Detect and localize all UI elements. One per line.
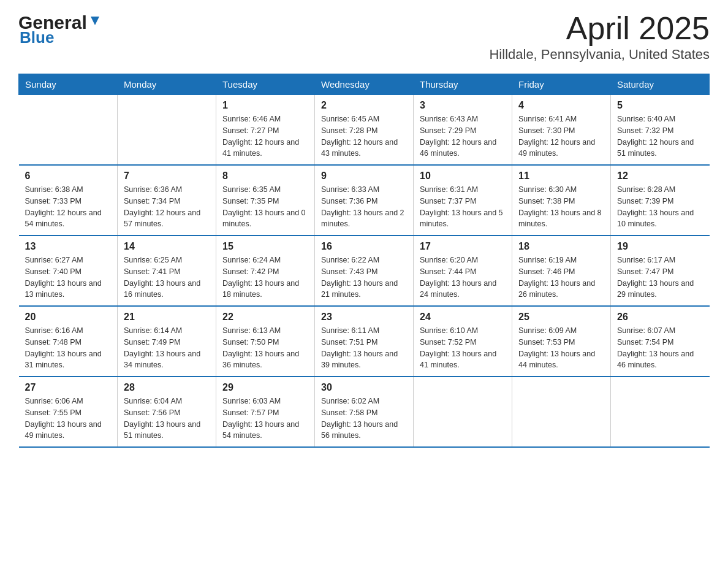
day-number: 17 — [420, 241, 506, 252]
calendar-cell: 12Sunrise: 6:28 AM Sunset: 7:39 PM Dayli… — [611, 165, 710, 236]
day-info: Sunrise: 6:31 AM Sunset: 7:37 PM Dayligh… — [420, 184, 506, 230]
day-info: Sunrise: 6:27 AM Sunset: 7:40 PM Dayligh… — [25, 255, 112, 301]
calendar-cell: 17Sunrise: 6:20 AM Sunset: 7:44 PM Dayli… — [414, 236, 512, 306]
day-number: 28 — [124, 382, 210, 393]
day-info: Sunrise: 6:02 AM Sunset: 7:58 PM Dayligh… — [321, 396, 407, 442]
calendar-cell: 25Sunrise: 6:09 AM Sunset: 7:53 PM Dayli… — [512, 306, 611, 377]
calendar-cell: 7Sunrise: 6:36 AM Sunset: 7:34 PM Daylig… — [118, 165, 216, 236]
day-info: Sunrise: 6:22 AM Sunset: 7:43 PM Dayligh… — [321, 255, 407, 301]
day-number: 23 — [321, 312, 407, 323]
calendar-subtitle: Hilldale, Pennsylvania, United States — [489, 47, 710, 63]
header-tuesday: Tuesday — [216, 74, 315, 95]
week-row-3: 13Sunrise: 6:27 AM Sunset: 7:40 PM Dayli… — [19, 236, 710, 306]
day-number: 5 — [617, 100, 703, 111]
day-info: Sunrise: 6:28 AM Sunset: 7:39 PM Dayligh… — [617, 184, 703, 230]
day-info: Sunrise: 6:16 AM Sunset: 7:48 PM Dayligh… — [25, 325, 112, 371]
day-number: 7 — [124, 170, 210, 182]
calendar-cell: 4Sunrise: 6:41 AM Sunset: 7:30 PM Daylig… — [512, 95, 611, 166]
calendar-cell: 9Sunrise: 6:33 AM Sunset: 7:36 PM Daylig… — [315, 165, 414, 236]
calendar-cell — [118, 95, 216, 166]
calendar-cell — [414, 377, 512, 447]
day-number: 11 — [518, 170, 604, 182]
day-info: Sunrise: 6:13 AM Sunset: 7:50 PM Dayligh… — [222, 325, 308, 371]
header-saturday: Saturday — [611, 74, 710, 95]
day-number: 6 — [25, 170, 112, 182]
day-info: Sunrise: 6:43 AM Sunset: 7:29 PM Dayligh… — [420, 113, 506, 159]
day-number: 2 — [321, 100, 407, 111]
calendar-cell: 2Sunrise: 6:45 AM Sunset: 7:28 PM Daylig… — [315, 95, 414, 166]
header-thursday: Thursday — [414, 74, 512, 95]
calendar-cell: 16Sunrise: 6:22 AM Sunset: 7:43 PM Dayli… — [315, 236, 414, 306]
day-info: Sunrise: 6:33 AM Sunset: 7:36 PM Dayligh… — [321, 184, 407, 230]
day-number: 3 — [420, 100, 506, 111]
day-info: Sunrise: 6:14 AM Sunset: 7:49 PM Dayligh… — [124, 325, 210, 371]
day-info: Sunrise: 6:06 AM Sunset: 7:55 PM Dayligh… — [25, 396, 112, 442]
calendar-cell — [611, 377, 710, 447]
day-number: 9 — [321, 170, 407, 182]
calendar-cell: 10Sunrise: 6:31 AM Sunset: 7:37 PM Dayli… — [414, 165, 512, 236]
day-number: 14 — [124, 241, 210, 252]
calendar-cell: 20Sunrise: 6:16 AM Sunset: 7:48 PM Dayli… — [19, 306, 118, 377]
week-row-4: 20Sunrise: 6:16 AM Sunset: 7:48 PM Dayli… — [19, 306, 710, 377]
day-number: 22 — [222, 312, 308, 323]
day-info: Sunrise: 6:45 AM Sunset: 7:28 PM Dayligh… — [321, 113, 407, 159]
logo-blue-text: Blue — [20, 28, 54, 47]
week-row-5: 27Sunrise: 6:06 AM Sunset: 7:55 PM Dayli… — [19, 377, 710, 447]
day-number: 25 — [518, 312, 604, 323]
calendar-cell: 21Sunrise: 6:14 AM Sunset: 7:49 PM Dayli… — [118, 306, 216, 377]
day-number: 15 — [222, 241, 308, 252]
weekday-header-row: Sunday Monday Tuesday Wednesday Thursday… — [19, 74, 710, 95]
page-header: General Blue April 2025 Hilldale, Pennsy… — [18, 12, 710, 63]
calendar-cell: 23Sunrise: 6:11 AM Sunset: 7:51 PM Dayli… — [315, 306, 414, 377]
day-info: Sunrise: 6:41 AM Sunset: 7:30 PM Dayligh… — [518, 113, 604, 159]
calendar-cell: 24Sunrise: 6:10 AM Sunset: 7:52 PM Dayli… — [414, 306, 512, 377]
calendar-title: April 2025 — [489, 12, 710, 44]
day-info: Sunrise: 6:25 AM Sunset: 7:41 PM Dayligh… — [124, 255, 210, 301]
day-number: 27 — [25, 382, 112, 393]
day-number: 8 — [222, 170, 308, 182]
day-number: 1 — [222, 100, 308, 111]
day-info: Sunrise: 6:46 AM Sunset: 7:27 PM Dayligh… — [222, 113, 308, 159]
day-number: 21 — [124, 312, 210, 323]
day-info: Sunrise: 6:36 AM Sunset: 7:34 PM Dayligh… — [124, 184, 210, 230]
day-number: 26 — [617, 312, 703, 323]
header-wednesday: Wednesday — [315, 74, 414, 95]
day-number: 16 — [321, 241, 407, 252]
day-info: Sunrise: 6:09 AM Sunset: 7:53 PM Dayligh… — [518, 325, 604, 371]
day-number: 19 — [617, 241, 703, 252]
calendar-cell — [19, 95, 118, 166]
day-number: 10 — [420, 170, 506, 182]
calendar-cell: 30Sunrise: 6:02 AM Sunset: 7:58 PM Dayli… — [315, 377, 414, 447]
logo: General Blue — [18, 12, 102, 47]
day-info: Sunrise: 6:04 AM Sunset: 7:56 PM Dayligh… — [124, 396, 210, 442]
day-info: Sunrise: 6:30 AM Sunset: 7:38 PM Dayligh… — [518, 184, 604, 230]
calendar-table: Sunday Monday Tuesday Wednesday Thursday… — [18, 74, 710, 448]
calendar-cell: 13Sunrise: 6:27 AM Sunset: 7:40 PM Dayli… — [19, 236, 118, 306]
header-sunday: Sunday — [19, 74, 118, 95]
calendar-cell: 15Sunrise: 6:24 AM Sunset: 7:42 PM Dayli… — [216, 236, 315, 306]
logo-arrow-icon — [88, 14, 102, 28]
day-info: Sunrise: 6:24 AM Sunset: 7:42 PM Dayligh… — [222, 255, 308, 301]
week-row-1: 1Sunrise: 6:46 AM Sunset: 7:27 PM Daylig… — [19, 95, 710, 166]
day-number: 13 — [25, 241, 112, 252]
day-number: 20 — [25, 312, 112, 323]
day-info: Sunrise: 6:11 AM Sunset: 7:51 PM Dayligh… — [321, 325, 407, 371]
calendar-cell: 27Sunrise: 6:06 AM Sunset: 7:55 PM Dayli… — [19, 377, 118, 447]
week-row-2: 6Sunrise: 6:38 AM Sunset: 7:33 PM Daylig… — [19, 165, 710, 236]
calendar-cell: 19Sunrise: 6:17 AM Sunset: 7:47 PM Dayli… — [611, 236, 710, 306]
calendar-cell: 6Sunrise: 6:38 AM Sunset: 7:33 PM Daylig… — [19, 165, 118, 236]
day-info: Sunrise: 6:35 AM Sunset: 7:35 PM Dayligh… — [222, 184, 308, 230]
day-number: 12 — [617, 170, 703, 182]
day-number: 24 — [420, 312, 506, 323]
header-friday: Friday — [512, 74, 611, 95]
svg-marker-0 — [91, 17, 99, 25]
day-info: Sunrise: 6:07 AM Sunset: 7:54 PM Dayligh… — [617, 325, 703, 371]
calendar-cell: 26Sunrise: 6:07 AM Sunset: 7:54 PM Dayli… — [611, 306, 710, 377]
calendar-cell: 22Sunrise: 6:13 AM Sunset: 7:50 PM Dayli… — [216, 306, 315, 377]
calendar-cell: 5Sunrise: 6:40 AM Sunset: 7:32 PM Daylig… — [611, 95, 710, 166]
day-info: Sunrise: 6:17 AM Sunset: 7:47 PM Dayligh… — [617, 255, 703, 301]
calendar-cell: 1Sunrise: 6:46 AM Sunset: 7:27 PM Daylig… — [216, 95, 315, 166]
calendar-cell: 18Sunrise: 6:19 AM Sunset: 7:46 PM Dayli… — [512, 236, 611, 306]
day-info: Sunrise: 6:19 AM Sunset: 7:46 PM Dayligh… — [518, 255, 604, 301]
calendar-cell: 11Sunrise: 6:30 AM Sunset: 7:38 PM Dayli… — [512, 165, 611, 236]
